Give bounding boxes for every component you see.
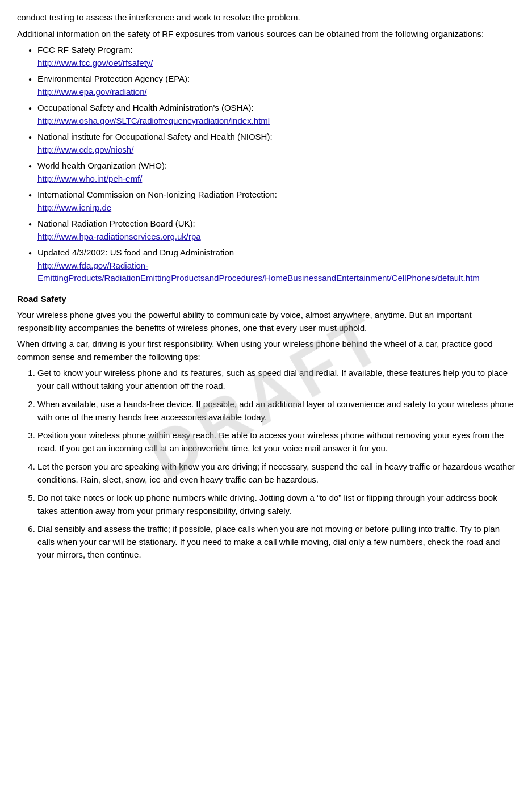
road-safety-heading: Road Safety bbox=[17, 293, 515, 306]
org-link-2[interactable]: http://www.epa.gov/radiation/ bbox=[37, 87, 147, 97]
road-safety-para2: When driving a car, driving is your firs… bbox=[17, 338, 515, 363]
list-item: Dial sensibly and assess the traffic; if… bbox=[37, 523, 515, 561]
list-item: Updated 4/3/2002: US food and Drug Admin… bbox=[28, 246, 515, 285]
org-text-5: World health Organization (WHO): bbox=[37, 161, 167, 170]
tips-list: Get to know your wireless phone and its … bbox=[17, 367, 515, 561]
list-item: FCC RF Safety Program: http://www.fcc.go… bbox=[28, 44, 515, 69]
org-text-8: Updated 4/3/2002: US food and Drug Admin… bbox=[37, 248, 234, 257]
organizations-list: FCC RF Safety Program: http://www.fcc.go… bbox=[17, 44, 515, 285]
list-item: Environmental Protection Agency (EPA): h… bbox=[28, 73, 515, 98]
org-text-3: Occupational Safety and Health Administr… bbox=[37, 103, 254, 112]
org-link-6[interactable]: http://www.icnirp.de bbox=[37, 203, 111, 212]
list-item: Occupational Safety and Health Administr… bbox=[28, 102, 515, 127]
org-link-7[interactable]: http://www.hpa-radiationservices.org.uk/… bbox=[37, 232, 201, 241]
road-safety-para1: Your wireless phone gives you the powerf… bbox=[17, 309, 515, 334]
org-link-5[interactable]: http://www.who.int/peh-emf/ bbox=[37, 174, 142, 183]
list-item: International Commission on Non-Ionizing… bbox=[28, 188, 515, 214]
org-text-2: Environmental Protection Agency (EPA): bbox=[37, 74, 190, 83]
list-item: World health Organization (WHO): http://… bbox=[28, 160, 515, 185]
org-link-3[interactable]: http://www.osha.gov/SLTC/radiofrequencyr… bbox=[37, 116, 270, 125]
road-safety-section: Road Safety Your wireless phone gives yo… bbox=[17, 293, 515, 561]
list-item: National Radiation Protection Board (UK)… bbox=[28, 217, 515, 243]
org-link-1[interactable]: http://www.fcc.gov/oet/rfsafety/ bbox=[37, 58, 153, 68]
intro-line2: Additional information on the safety of … bbox=[17, 28, 515, 41]
list-item: National institute for Occupational Safe… bbox=[28, 131, 515, 156]
list-item: Get to know your wireless phone and its … bbox=[37, 367, 515, 392]
list-item: When available, use a hands-free device.… bbox=[37, 398, 515, 424]
org-text-1: FCC RF Safety Program: bbox=[37, 45, 133, 55]
intro-line1: conduct testing to assess the interferen… bbox=[17, 11, 515, 24]
list-item: Let the person you are speaking with kno… bbox=[37, 460, 515, 486]
org-text-6: International Commission on Non-Ionizing… bbox=[37, 190, 277, 199]
org-link-8[interactable]: http://www.fda.gov/Radiation-EmittingPro… bbox=[37, 261, 480, 283]
org-link-4[interactable]: http://www.cdc.gov/niosh/ bbox=[37, 145, 133, 154]
org-text-4: National institute for Occupational Safe… bbox=[37, 132, 273, 141]
intro-block: conduct testing to assess the interferen… bbox=[17, 11, 515, 40]
list-item: Position your wireless phone within easy… bbox=[37, 429, 515, 455]
org-text-7: National Radiation Protection Board (UK)… bbox=[37, 219, 195, 228]
list-item: Do not take notes or look up phone numbe… bbox=[37, 492, 515, 517]
